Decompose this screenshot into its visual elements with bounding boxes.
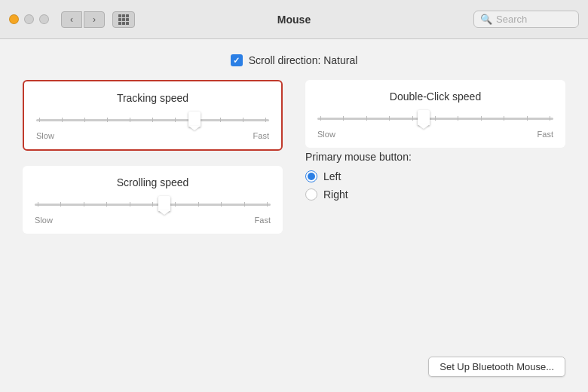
settings-columns: Tracking speed bbox=[23, 80, 565, 377]
radio-right-button[interactable] bbox=[305, 188, 317, 201]
tick bbox=[412, 116, 413, 121]
tick bbox=[152, 118, 153, 122]
tick bbox=[243, 118, 243, 122]
checkmark-icon: ✓ bbox=[233, 57, 240, 65]
tick bbox=[38, 202, 38, 207]
radio-left-label: Left bbox=[323, 170, 341, 182]
scroll-direction-label: Scroll direction: Natural bbox=[249, 54, 358, 66]
nav-buttons: ‹ › bbox=[61, 11, 105, 28]
tick bbox=[435, 116, 436, 121]
tick-marks bbox=[36, 118, 269, 122]
tick bbox=[62, 118, 63, 122]
grid-icon bbox=[118, 14, 129, 25]
tracking-fast-label: Fast bbox=[253, 131, 269, 140]
scrolling-speed-thumb[interactable] bbox=[158, 196, 170, 211]
tracking-speed-title: Tracking speed bbox=[36, 92, 269, 104]
right-col-inner: Double-Click speed bbox=[305, 80, 565, 377]
primary-mouse-button-section: Primary mouse button: Left Right bbox=[305, 148, 565, 204]
tick bbox=[244, 202, 245, 207]
tick bbox=[39, 118, 40, 122]
tracking-speed-slider[interactable] bbox=[36, 112, 269, 128]
tick bbox=[84, 202, 84, 207]
tracking-speed-labels: Slow Fast bbox=[36, 131, 269, 140]
double-click-speed-labels: Slow Fast bbox=[317, 130, 553, 139]
tick-marks bbox=[317, 116, 553, 121]
chevron-right-icon: › bbox=[93, 14, 96, 25]
radio-left-selected-indicator bbox=[308, 173, 315, 180]
tick bbox=[130, 118, 130, 122]
content-area: ✓ Scroll direction: Natural Tracking spe… bbox=[0, 39, 588, 392]
tick bbox=[60, 202, 61, 207]
radio-left-button[interactable] bbox=[305, 170, 317, 182]
scrolling-speed-labels: Slow Fast bbox=[35, 216, 271, 225]
tick bbox=[198, 202, 199, 207]
tick bbox=[504, 116, 504, 121]
right-column: Double-Click speed bbox=[305, 80, 565, 377]
tick bbox=[175, 202, 176, 207]
tick bbox=[527, 116, 528, 121]
grid-view-button[interactable] bbox=[112, 11, 135, 28]
tick bbox=[130, 202, 130, 207]
close-button[interactable] bbox=[9, 14, 19, 24]
titlebar: ‹ › Mouse 🔍 Search bbox=[0, 0, 588, 39]
tick-marks bbox=[35, 202, 271, 207]
double-click-slow-label: Slow bbox=[317, 130, 335, 139]
tick bbox=[106, 202, 107, 207]
window-title: Mouse bbox=[277, 14, 311, 26]
double-click-speed-panel: Double-Click speed bbox=[305, 80, 565, 148]
nav-forward-button[interactable]: › bbox=[84, 11, 105, 28]
tick bbox=[481, 116, 482, 121]
scrolling-speed-slider[interactable] bbox=[35, 196, 271, 213]
tick bbox=[366, 116, 367, 121]
scrolling-slow-label: Slow bbox=[35, 216, 53, 225]
chevron-left-icon: ‹ bbox=[70, 14, 73, 25]
search-box[interactable]: 🔍 Search bbox=[473, 11, 579, 28]
radio-group: Left Right bbox=[305, 170, 565, 201]
radio-right-item[interactable]: Right bbox=[305, 188, 565, 201]
bluetooth-row: Set Up Bluetooth Mouse... bbox=[305, 349, 565, 377]
tracking-slow-label: Slow bbox=[36, 131, 54, 140]
tick bbox=[107, 118, 108, 122]
tick bbox=[389, 116, 390, 121]
double-click-fast-label: Fast bbox=[537, 130, 553, 139]
tick bbox=[267, 202, 268, 207]
left-column: Tracking speed bbox=[23, 80, 283, 377]
tick bbox=[320, 116, 321, 121]
double-click-speed-title: Double-Click speed bbox=[317, 90, 553, 103]
traffic-lights bbox=[9, 14, 49, 24]
double-click-speed-slider[interactable] bbox=[317, 110, 553, 127]
radio-right-label: Right bbox=[323, 188, 348, 201]
maximize-button[interactable] bbox=[39, 14, 49, 24]
primary-mouse-button-title: Primary mouse button: bbox=[305, 151, 565, 163]
bluetooth-setup-button[interactable]: Set Up Bluetooth Mouse... bbox=[428, 357, 565, 377]
scroll-direction-row: ✓ Scroll direction: Natural bbox=[23, 54, 565, 66]
tick bbox=[175, 118, 176, 122]
tick bbox=[265, 118, 266, 122]
double-click-speed-thumb[interactable] bbox=[418, 110, 430, 125]
radio-left-item[interactable]: Left bbox=[305, 170, 565, 182]
tick bbox=[550, 116, 550, 121]
scrolling-speed-title: Scrolling speed bbox=[35, 176, 271, 188]
search-placeholder: Search bbox=[496, 14, 527, 25]
tracking-speed-thumb[interactable] bbox=[188, 112, 201, 127]
minimize-button[interactable] bbox=[24, 14, 34, 24]
nav-back-button[interactable]: ‹ bbox=[61, 11, 82, 28]
tick bbox=[458, 116, 458, 121]
scroll-direction-checkbox[interactable]: ✓ bbox=[231, 54, 243, 66]
tick bbox=[220, 118, 221, 122]
tick bbox=[343, 116, 344, 121]
scrolling-fast-label: Fast bbox=[255, 216, 271, 225]
tick bbox=[221, 202, 222, 207]
tick bbox=[84, 118, 85, 122]
tracking-speed-panel: Tracking speed bbox=[23, 80, 283, 151]
tick bbox=[152, 202, 153, 207]
search-icon: 🔍 bbox=[480, 14, 492, 25]
scrolling-speed-panel: Scrolling speed bbox=[23, 166, 283, 234]
